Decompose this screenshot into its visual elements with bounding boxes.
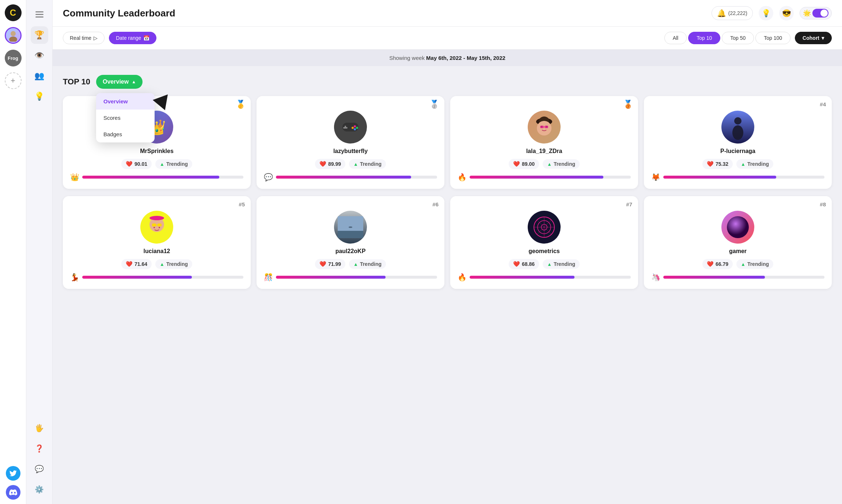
sidebar-item-users[interactable]: 👥 (31, 67, 48, 85)
hamburger-menu[interactable] (31, 6, 48, 23)
svg-rect-31 (338, 216, 363, 231)
main-content: Community Leaderboard 🔔 (22,222) 💡 😎 🌟 R… (53, 0, 842, 504)
svg-point-33 (349, 226, 352, 228)
app-logo[interactable]: C (5, 4, 22, 21)
progress-bar-fill (82, 276, 192, 279)
toggle-switch[interactable] (812, 9, 828, 18)
dropdown-label: Overview (103, 79, 129, 85)
card-lazybutterfly: 🥈 lazybutterfly ❤ (257, 96, 444, 189)
social-icons (6, 466, 20, 500)
horse-badge-icon: 🦄 (651, 273, 660, 282)
svg-rect-25 (154, 217, 160, 220)
trending-mrsprinkles: ▲ Trending (155, 159, 192, 169)
progress-bar-bg (82, 276, 243, 279)
svg-point-41 (727, 216, 749, 238)
rank-gamer: #8 (820, 201, 826, 207)
progress-lazybutterfly: 💬 (264, 173, 437, 182)
sidebar-item-eye[interactable]: 👁️ (31, 47, 48, 64)
sunglasses-icon: 😎 (782, 9, 791, 18)
dancing-badge-icon: 💃 (70, 273, 79, 282)
dropdown-item-scores[interactable]: Scores (96, 110, 155, 126)
name-paul22okp: paul22oKP (264, 248, 437, 255)
segment-all[interactable]: All (664, 32, 687, 44)
svg-rect-3 (35, 14, 43, 15)
trending-up-icon: ▲ (353, 261, 358, 267)
discord-icon[interactable] (6, 485, 20, 500)
content-area: TOP 10 Overview ▲ Overview Scores Badges (53, 66, 842, 504)
sidebar-item-ideas[interactable]: 💡 (31, 88, 48, 105)
avatar-pluciernaga (721, 111, 754, 144)
progress-mrsprinkles: 👑 (70, 173, 243, 182)
user-avatar[interactable] (5, 27, 22, 44)
card-gamer: #8 gamer (644, 196, 832, 289)
sidebar-bottom: 🖐️ ❓ 💬 ⚙️ (31, 419, 48, 498)
svg-rect-4 (35, 16, 43, 18)
overview-dropdown-trigger[interactable]: Overview ▲ (96, 75, 143, 89)
segment-top100[interactable]: Top 100 (755, 32, 790, 44)
name-geometrics: geometrics (458, 248, 631, 255)
stats-luciana12: ❤️ 71.64 ▲ Trending (70, 259, 243, 269)
stats-pluciernaga: ❤️ 75.32 ▲ Trending (651, 159, 824, 169)
frog-avatar[interactable]: Frog (5, 50, 22, 66)
heart-icon: ❤️ (319, 261, 326, 267)
sidebar-item-gesture[interactable]: 🖐️ (31, 419, 48, 437)
rank-pluciernaga: #4 (820, 101, 826, 107)
geometric-image (531, 214, 557, 240)
cohort-button[interactable]: Cohort ▾ (795, 32, 832, 44)
medal-icon: 🥈 (429, 100, 439, 109)
svg-rect-7 (343, 127, 348, 129)
notifications-button[interactable]: 🔔 (22,222) (712, 6, 753, 20)
nav-sidebar: 🏆 👁️ 👥 💡 🖐️ ❓ 💬 ⚙️ (26, 0, 53, 504)
trending-up-icon: ▲ (741, 161, 746, 167)
lightbulb-icon: 💡 (762, 9, 771, 18)
progress-paul22okp: 🎊 (264, 273, 437, 282)
progress-luciana12: 💃 (70, 273, 243, 282)
stats-gamer: ❤️ 66.79 ▲ Trending (651, 259, 824, 269)
card-lala: 🥉 (450, 96, 638, 189)
sunglasses-button[interactable]: 😎 (779, 6, 794, 20)
svg-rect-2 (35, 11, 43, 12)
realtime-button[interactable]: Real time ▷ (63, 32, 105, 44)
card-pluciernaga: #4 P-luciernaga ❤️ 75.32 ▲ (644, 96, 832, 189)
lightbulb-button[interactable]: 💡 (759, 6, 773, 20)
colorful-woman-image (144, 214, 170, 241)
sidebar-item-leaderboard[interactable]: 🏆 (31, 26, 48, 44)
trending-pluciernaga: ▲ Trending (736, 159, 773, 169)
dropdown-item-overview[interactable]: Overview (96, 93, 155, 110)
date-range: May 6th, 2022 - May 15th, 2022 (426, 55, 505, 61)
chevron-up-icon: ▲ (132, 79, 136, 84)
theme-toggle[interactable]: 🌟 (800, 7, 832, 19)
add-community-button[interactable]: + (5, 72, 22, 89)
rank-geometrics: #7 (626, 201, 632, 207)
sidebar-item-chat[interactable]: 💬 (31, 460, 48, 478)
progress-lala: 🔥 (458, 173, 631, 182)
chevron-down-icon: ▾ (822, 35, 824, 41)
svg-point-11 (352, 127, 354, 129)
daterange-button[interactable]: Date range 📅 (109, 32, 156, 44)
sidebar-item-settings[interactable]: ⚙️ (31, 481, 48, 498)
trending-geometrics: ▲ Trending (543, 259, 580, 269)
medal-icon: 🥉 (623, 100, 633, 109)
svg-rect-26 (152, 224, 156, 226)
heart-icon: ❤️ (319, 161, 326, 167)
avatar-gamer (721, 211, 754, 244)
sidebar-item-help[interactable]: ❓ (31, 440, 48, 457)
trending-lazybutterfly: ▲ Trending (349, 159, 386, 169)
bell-icon: 🔔 (717, 9, 726, 18)
score-luciana12: ❤️ 71.64 (121, 259, 152, 269)
fire2-badge-icon: 🔥 (458, 273, 467, 282)
trending-up-icon: ▲ (353, 161, 358, 167)
name-mrsprinkles: MrSprinkles (70, 148, 243, 154)
filter-bar: Real time ▷ Date range 📅 All Top 10 Top … (53, 27, 842, 50)
svg-point-21 (734, 117, 742, 125)
segment-top50[interactable]: Top 50 (722, 32, 754, 44)
twitter-icon[interactable] (6, 466, 20, 481)
controller-image (340, 120, 361, 134)
segment-top10[interactable]: Top 10 (688, 32, 720, 44)
score-geometrics: ❤️ 68.86 (509, 259, 539, 269)
woman-hat-image (531, 114, 557, 140)
heart-icon: ❤️ (126, 161, 133, 167)
header-actions: 🔔 (22,222) 💡 😎 🌟 (712, 6, 832, 20)
heart-icon: ❤️ (126, 261, 133, 267)
dropdown-item-badges[interactable]: Badges (96, 126, 155, 142)
